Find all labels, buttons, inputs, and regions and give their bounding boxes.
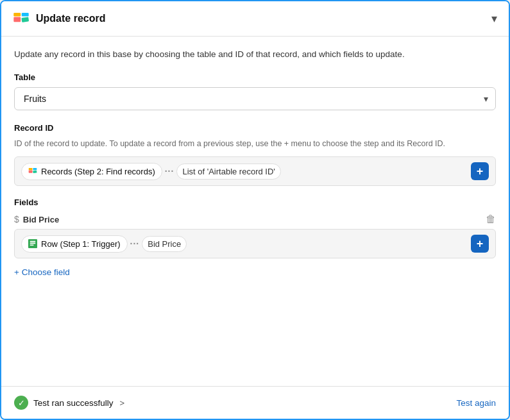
airtable-mini-icon (28, 167, 37, 176)
delete-field-button[interactable]: 🗑 (486, 214, 496, 225)
record-id-pill2-label: List of 'Airtable record ID' (176, 164, 280, 180)
pill-dots-icon: ··· (165, 166, 174, 176)
record-id-source-pill[interactable]: Records (Step 2: Find records) (21, 163, 162, 180)
svg-rect-9 (30, 241, 35, 242)
field-header: $ Bid Price 🗑 (14, 214, 496, 225)
currency-icon: $ (14, 214, 19, 224)
test-again-button[interactable]: Test again (456, 398, 496, 408)
svg-rect-5 (29, 168, 33, 170)
success-check-icon: ✓ (14, 396, 28, 410)
fields-section: Fields $ Bid Price 🗑 (14, 197, 496, 278)
field-name-row: $ Bid Price (14, 214, 59, 224)
svg-rect-3 (21, 17, 29, 22)
table-select[interactable]: Fruits Vegetables Other (14, 87, 496, 110)
bid-price-field: $ Bid Price 🗑 Row (Step 1: (14, 214, 496, 258)
success-chevron-icon[interactable]: > (120, 398, 125, 408)
panel-description: Update any record in this base by choosi… (14, 48, 496, 61)
success-text: Test ran successfully (33, 398, 114, 408)
record-id-add-button[interactable]: + (471, 162, 489, 180)
svg-rect-10 (30, 243, 35, 244)
fields-label: Fields (14, 197, 496, 207)
field-add-button[interactable]: + (471, 235, 489, 253)
panel-footer: ✓ Test ran successfully > Test again (1, 386, 509, 419)
panel-header: Update record ▾ (1, 1, 509, 37)
record-id-pill-row: Records (Step 2: Find records) ··· List … (14, 156, 496, 186)
update-record-panel: Update record ▾ Update any record in thi… (0, 0, 510, 420)
success-status-row: ✓ Test ran successfully > (14, 396, 124, 410)
svg-rect-11 (30, 244, 34, 246)
field-value-pill-row: Row (Step 1: Trigger) ··· Bid Price + (14, 229, 496, 258)
airtable-logo-icon (13, 10, 30, 27)
record-id-label: Record ID (14, 123, 496, 133)
svg-rect-1 (13, 13, 21, 17)
svg-rect-0 (13, 17, 21, 22)
svg-rect-7 (33, 171, 37, 174)
collapse-button[interactable]: ▾ (491, 12, 497, 26)
panel-body: Update any record in this base by choosi… (1, 37, 509, 386)
svg-rect-6 (33, 168, 37, 170)
svg-rect-2 (22, 13, 29, 17)
record-id-description: ID of the record to update. To update a … (14, 138, 496, 150)
field-pill2-label: Bid Price (142, 236, 187, 252)
record-id-section: Record ID ID of the record to update. To… (14, 123, 496, 186)
choose-field-button[interactable]: + Choose field (14, 267, 70, 277)
table-section: Table Fruits Vegetables Other ▾ (14, 72, 496, 110)
field-pill1-label: Row (Step 1: Trigger) (41, 239, 121, 249)
svg-rect-4 (29, 171, 33, 173)
field-source-pill[interactable]: Row (Step 1: Trigger) (21, 235, 128, 253)
field-pill-dots-icon: ··· (130, 239, 140, 249)
record-id-pill1-label: Records (Step 2: Find records) (41, 167, 155, 176)
sheets-mini-icon (28, 239, 37, 248)
table-label: Table (14, 72, 496, 82)
header-left: Update record (13, 10, 105, 27)
field-name-label: Bid Price (23, 215, 59, 224)
panel-title: Update record (36, 13, 105, 24)
